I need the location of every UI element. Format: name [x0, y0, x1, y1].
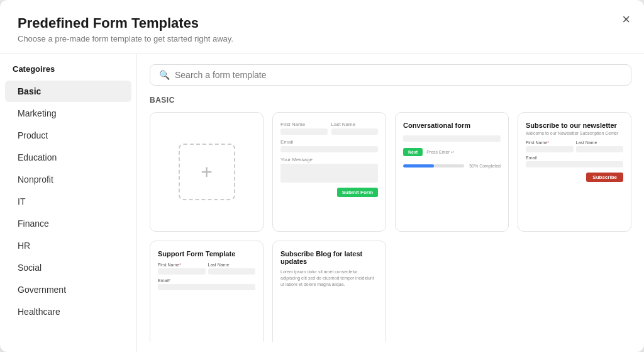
contact-card-body: First Name Last Name Email Your Message — [273, 113, 386, 206]
conv-title: Conversational form — [403, 122, 501, 129]
conv-next-btn: Next — [403, 148, 423, 156]
sidebar-item-hr[interactable]: HR — [5, 235, 131, 256]
support-title: Support Form Template — [158, 250, 255, 258]
sidebar-item-social[interactable]: Social — [5, 257, 131, 278]
sidebar-item-healthcare[interactable]: Healthcare — [5, 301, 131, 322]
sidebar-item-finance[interactable]: Finance — [5, 213, 131, 234]
subscribe-blog-text: Lorem ipsum dolor sit amet consectetur a… — [280, 269, 378, 287]
sidebar-item-it[interactable]: IT — [5, 191, 131, 212]
news-first-name-label: First Name* — [526, 140, 574, 145]
template-card-conversational[interactable]: Conversational form Next Press Enter ↵ 5… — [395, 112, 509, 232]
templates-grid: + First Name Last Name — [150, 112, 631, 342]
cf-email-label: Email — [280, 139, 378, 145]
template-card-subscribe-blog[interactable]: Subscribe Blog for latest updates Lorem … — [272, 241, 386, 342]
sidebar-item-government[interactable]: Government — [5, 279, 131, 300]
modal-body: Categoires Basic Marketing Product Educa… — [0, 54, 644, 352]
news-email-label: Email — [526, 156, 623, 160]
template-card-blank[interactable]: + — [150, 112, 264, 232]
section-label: BASIC — [150, 96, 631, 105]
sidebar-item-marketing[interactable]: Marketing — [5, 103, 131, 124]
sidebar: Categoires Basic Marketing Product Educa… — [0, 54, 137, 352]
conv-progress-label: 50% Completed — [469, 164, 501, 168]
template-card-newsletter[interactable]: Subscribe to our newsletter Welcome to o… — [518, 112, 631, 232]
modal-header: Predefined Form Templates Choose a pre-m… — [0, 0, 644, 54]
conv-progress-wrap: 50% Completed — [403, 164, 501, 168]
search-input[interactable] — [175, 70, 622, 80]
news-description: Welcome to our Newsletter Subscription C… — [526, 131, 623, 135]
cf-first-name-label: First Name — [280, 122, 328, 127]
sidebar-item-basic[interactable]: Basic — [5, 81, 131, 102]
modal-subtitle: Choose a pre-made form template to get s… — [18, 34, 626, 43]
sidebar-item-product[interactable]: Product — [5, 125, 131, 146]
search-icon: 🔍 — [159, 70, 170, 80]
cf-message-label: Your Message — [280, 157, 378, 162]
modal: Predefined Form Templates Choose a pre-m… — [0, 0, 644, 352]
add-template-icon: + — [179, 144, 235, 200]
conv-card-body: Conversational form Next Press Enter ↵ 5… — [396, 113, 508, 177]
search-bar: 🔍 — [150, 64, 631, 86]
support-email-label: Email* — [158, 278, 255, 283]
main-content: 🔍 BASIC + First Name — [137, 54, 644, 352]
conv-name-field — [403, 135, 501, 142]
template-card-support[interactable]: Support Form Template First Name* Last N… — [150, 241, 264, 342]
blank-card-body: + — [150, 113, 263, 231]
template-card-contact[interactable]: First Name Last Name Email Your Message — [272, 112, 386, 232]
support-last-name-label: Last Name — [208, 263, 256, 267]
cf-submit-btn: Submit Form — [337, 188, 378, 197]
news-card-body: Subscribe to our newsletter Welcome to o… — [518, 113, 631, 191]
news-subscribe-btn: Subscribe — [586, 173, 623, 182]
subscribe-blog-title: Subscribe Blog for latest updates — [280, 250, 378, 265]
sidebar-item-education[interactable]: Education — [5, 147, 131, 168]
subscribe-blog-body: Subscribe Blog for latest updates Lorem … — [273, 241, 386, 296]
cf-last-name-label: Last Name — [331, 122, 379, 127]
news-last-name-label: Last Name — [576, 140, 624, 145]
close-button[interactable]: × — [622, 13, 630, 26]
support-first-name-label: First Name* — [158, 263, 206, 267]
support-card-body: Support Form Template First Name* Last N… — [150, 241, 263, 299]
conv-press-enter: Press Enter ↵ — [426, 150, 455, 155]
modal-title: Predefined Form Templates — [18, 15, 626, 31]
sidebar-heading: Categoires — [0, 64, 136, 80]
news-title: Subscribe to our newsletter — [526, 122, 623, 129]
sidebar-item-nonprofit[interactable]: Nonprofit — [5, 169, 131, 190]
